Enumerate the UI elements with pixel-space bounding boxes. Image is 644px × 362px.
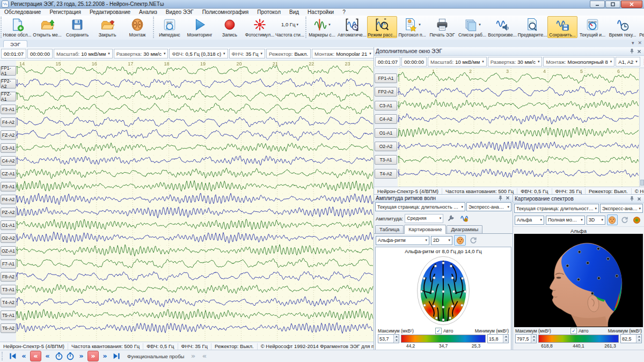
page-forward-marked-button[interactable]: » — [87, 351, 99, 361]
toolbar-button-freq[interactable]: 1,0 Гц▾Частота сти... — [275, 16, 305, 38]
tab-2[interactable]: Диаграммы — [447, 225, 482, 233]
menu-item-2[interactable]: Редактирование — [85, 9, 135, 16]
eeg-field-5[interactable]: A1, A2▾ — [616, 57, 640, 67]
pin-icon[interactable] — [628, 196, 635, 202]
toolbar-button-folder-open[interactable]: Открыть ме... — [32, 16, 62, 38]
toolbar-button-protocol[interactable]: ▾Протокол п... — [397, 16, 427, 38]
timer-back-button[interactable] — [54, 351, 64, 361]
rhythm-select[interactable]: Альфа▾ — [515, 216, 544, 225]
refresh-button[interactable] — [467, 235, 479, 246]
page-back-button[interactable]: « — [42, 351, 53, 361]
page-select[interactable]: Текущая страница: длительность 9,4 с▾ — [514, 204, 599, 213]
menu-item-0[interactable]: Обследование — [0, 9, 45, 16]
toolbar-button-print[interactable]: Печать ЭЭГ — [427, 16, 457, 38]
eeg-field-4[interactable]: ФВЧ:0,5 Гц (0,318 с)▾ — [169, 49, 228, 58]
eeg-field-2[interactable]: Масштаб:10 мкВ/мм▾ — [54, 49, 113, 58]
head-map-button[interactable] — [607, 215, 618, 225]
menu-item-5[interactable]: Полисомнография — [198, 9, 253, 16]
toolbar-button-doc-new[interactable]: Новое обсл... — [2, 16, 32, 38]
page-forward-button[interactable]: » — [76, 351, 86, 361]
eeg-field-6[interactable]: Режектор:Выкл. — [266, 49, 311, 58]
eeg-field-3[interactable]: Развертка:30 мм/с▾ — [114, 49, 169, 58]
toolbar-button-montage-head[interactable]: Монтаж — [122, 16, 152, 38]
page-back-marked-button[interactable]: « — [30, 351, 41, 361]
skip-first-button[interactable] — [8, 351, 18, 361]
toolbar-button-wave-sound[interactable]: Воспроизве... — [487, 16, 517, 38]
spectrum-sphere-icon[interactable] — [632, 215, 642, 225]
probe-next-button[interactable]: » — [188, 351, 198, 361]
timer-forward-button[interactable] — [65, 351, 75, 361]
toolbar-button-wave-save[interactable]: Сохранить... — [547, 16, 577, 38]
eeg-field-0[interactable]: 00:01:07 — [375, 57, 400, 67]
eeg-field-1[interactable]: 00:00:00 — [27, 49, 53, 58]
analysis-mode-select[interactable]: Экспресс-анализ▾ — [600, 204, 643, 213]
toolbar-button-play[interactable]: Мониторинг — [185, 16, 215, 38]
head-map-button[interactable] — [454, 235, 466, 246]
tab-1[interactable]: Картирование — [404, 225, 446, 234]
power-select[interactable]: Полная мощно▾ — [546, 216, 585, 225]
close-icon[interactable] — [635, 48, 642, 55]
auto-checkbox[interactable]: ✓ — [570, 328, 577, 334]
settings-wrench-icon[interactable] — [445, 213, 457, 224]
maximize-button[interactable] — [605, 1, 620, 8]
close-icon[interactable] — [635, 196, 642, 202]
head-3d-view[interactable] — [514, 234, 643, 327]
minimize-button[interactable] — [590, 1, 605, 8]
view-2d-select[interactable]: 2D▾ — [431, 236, 452, 245]
menu-item-8[interactable]: Настройки — [303, 9, 338, 16]
eeg-field-7[interactable]: Монтаж:Monopolar 21▾ — [312, 49, 374, 58]
close-icon[interactable] — [504, 195, 511, 201]
close-button[interactable] — [621, 1, 642, 8]
page-select[interactable]: Текущая страница: длительность 9,4 с▾ — [375, 202, 465, 211]
brain-topography-map[interactable] — [376, 254, 511, 327]
view-3d-select[interactable]: 3D▾ — [587, 216, 605, 225]
menu-item-6[interactable]: Протокол — [253, 9, 285, 16]
analysis-mode-select[interactable]: Экспресс-анализ▾ — [466, 202, 511, 211]
main-eeg-traces[interactable] — [16, 61, 374, 342]
toolbar-button-wave-auto[interactable]: Автоматиче... — [337, 16, 367, 38]
pin-icon[interactable] — [497, 195, 504, 201]
main-eeg-chart[interactable]: FP1-A1FP2-A2FPZ-A1F3-A1F4-A2FZ-A2C3-A1C4… — [0, 61, 374, 342]
tabstrip-menu-icon[interactable]: ▾ — [632, 40, 634, 46]
toolbar-button-modes[interactable]: Режим пер... — [638, 16, 644, 38]
menu-item-4[interactable]: Видео ЭЭГ — [162, 9, 198, 16]
additional-eeg-chart[interactable]: FP1-A1FP2-A2C3-A1C4-A2O1-A1O2-A2T3-A1T4-… — [374, 68, 644, 187]
menu-item-7[interactable]: Вид — [285, 9, 303, 16]
toolbar-button-worklist[interactable]: ▾Список раб... — [457, 16, 487, 38]
tab-0[interactable]: Таблица — [375, 225, 404, 233]
menu-item-9[interactable]: ? — [338, 9, 350, 16]
eeg-field-5[interactable]: ФНЧ:35 Гц▾ — [229, 49, 265, 58]
toolbar-button-wave-clock[interactable]: Время теку... — [608, 16, 638, 38]
menu-item-1[interactable]: Регистрация — [45, 9, 85, 16]
menu-item-3[interactable]: Анализ — [135, 9, 162, 16]
tabstrip-close-icon[interactable]: ✕ — [638, 40, 642, 46]
eeg-field-3[interactable]: Развертка:30 мм/с▾ — [488, 57, 543, 67]
page-back-fast-button[interactable]: « — [19, 351, 29, 361]
toolbar-button-wave-review[interactable]: Режим расс... — [367, 16, 397, 38]
refresh-button[interactable] — [619, 215, 630, 225]
probe-prev-button[interactable]: « — [199, 351, 209, 361]
pin-icon[interactable] — [628, 48, 635, 55]
toolbar-button-save[interactable]: Сохранить — [62, 16, 92, 38]
min-spinner[interactable]: 15,8 — [487, 334, 509, 343]
page-forward-fast-button[interactable]: » — [100, 351, 110, 361]
tab-eeg[interactable]: ЭЭГ — [3, 40, 27, 48]
toolbar-button-wave-marker[interactable]: ▾Маркеры с... — [307, 16, 337, 38]
max-spinner[interactable]: 797,5 — [515, 334, 537, 343]
min-spinner[interactable]: 82,5 — [620, 334, 642, 343]
toolbar-button-photostim[interactable]: Фотостимул... — [245, 16, 275, 38]
max-spinner[interactable]: 53,7 — [378, 334, 399, 343]
toolbar-button-record[interactable]: Запись — [215, 16, 245, 38]
auto-checkbox[interactable]: ✓ — [435, 328, 442, 334]
additional-eeg-traces[interactable] — [398, 68, 639, 187]
toolbar-button-folder-close[interactable]: Закрыть — [92, 16, 122, 38]
amplitude-select[interactable]: Средняя▾ — [405, 214, 443, 223]
skip-last-button[interactable] — [111, 351, 121, 361]
toolbar-button-preview[interactable]: Предварите... — [517, 16, 547, 38]
toolbar-button-impedance[interactable]: Импеданс — [155, 16, 185, 38]
eeg-field-0[interactable]: 00:01:07 — [1, 49, 26, 58]
rhythm-wave-icon[interactable] — [458, 213, 470, 224]
eeg-field-1[interactable]: 00:00:00 — [401, 57, 427, 67]
eeg-field-4[interactable]: Монтаж:Монополярный 8▾ — [543, 57, 614, 67]
vertical-scrollbar[interactable] — [639, 68, 644, 187]
